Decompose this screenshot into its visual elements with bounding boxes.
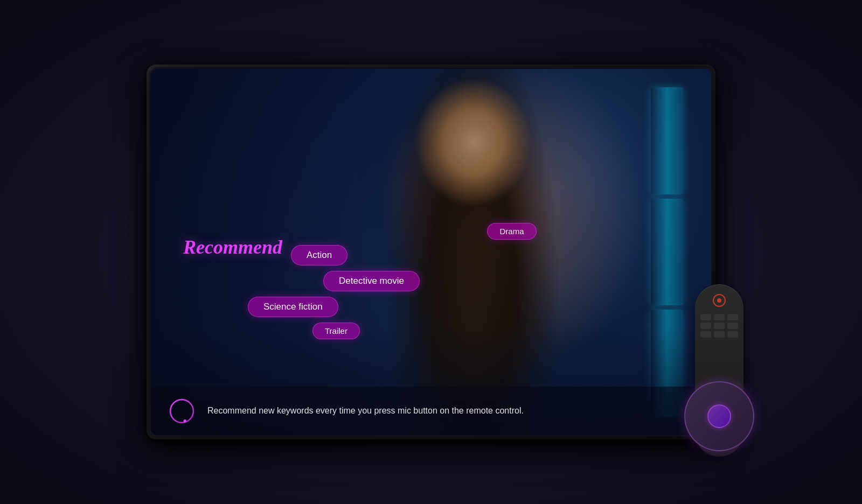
remote-btn-9[interactable] [727, 331, 738, 338]
bottom-instruction-text: Recommend new keywords every time you pr… [207, 405, 524, 417]
remote-dpad-center[interactable] [707, 404, 731, 428]
remote-btn-7[interactable] [700, 331, 711, 338]
bubble-row-action: Action [291, 245, 679, 265]
remote-btn-1[interactable] [700, 314, 711, 320]
remote-control [646, 252, 754, 457]
remote-power-button[interactable] [713, 294, 726, 307]
bubble-row-trailer: Trailer [312, 323, 679, 339]
remote-btn-3[interactable] [727, 314, 738, 320]
svg-point-0 [170, 400, 193, 423]
bubble-row-scifi: Science fiction [248, 297, 679, 317]
tv-screen: Recommend Drama Action Detective movie S… [151, 69, 711, 435]
svg-point-1 [184, 419, 186, 422]
genre-bubble-drama[interactable]: Drama [487, 223, 536, 240]
remote-btn-5[interactable] [714, 323, 725, 329]
remote-btn-6[interactable] [727, 323, 738, 329]
remote-btn-4[interactable] [700, 323, 711, 329]
remote-btn-8[interactable] [714, 331, 725, 338]
remote-btn-2[interactable] [714, 314, 725, 320]
bottom-bar: Recommend new keywords every time you pr… [151, 387, 711, 435]
genre-bubble-trailer[interactable]: Trailer [312, 323, 360, 339]
genre-bubble-science-fiction[interactable]: Science fiction [248, 297, 338, 317]
genre-bubble-action[interactable]: Action [291, 245, 347, 265]
tv-container: Recommend Drama Action Detective movie S… [151, 69, 711, 435]
bubble-row-drama: Drama [345, 223, 679, 240]
voice-icon [167, 396, 197, 426]
genre-bubble-detective-movie[interactable]: Detective movie [323, 271, 420, 291]
bubble-row-detective: Detective movie [323, 271, 679, 291]
remote-top-buttons [700, 314, 738, 338]
remote-dpad[interactable] [684, 381, 754, 451]
genre-bubbles-container: Drama Action Detective movie Science fic… [248, 223, 679, 339]
